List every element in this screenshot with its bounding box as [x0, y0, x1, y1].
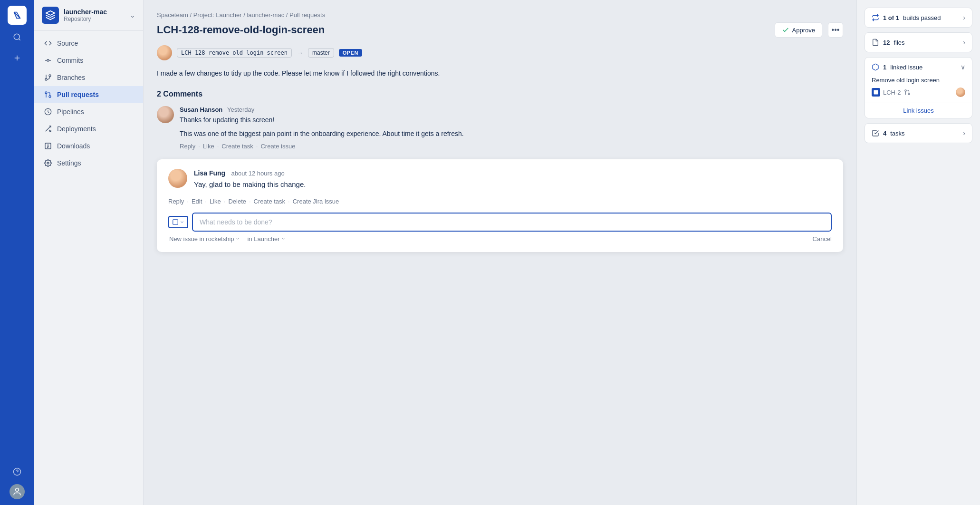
sidebar-repo-header[interactable]: launcher-mac Repository ⌄ [34, 0, 143, 31]
settings-icon [44, 159, 52, 167]
repo-type: Repository [64, 16, 125, 22]
sidebar-label-branches: Branches [57, 74, 85, 81]
floating-actions: Reply · Edit · Like · Delete · Create ta… [168, 198, 832, 205]
sidebar-label-deployments: Deployments [57, 125, 96, 133]
floating-create-jira[interactable]: Create Jira issue [293, 198, 339, 205]
more-options-button[interactable]: ••• [828, 22, 843, 38]
files-panel-header[interactable]: 12 files › [865, 33, 972, 52]
task-input-row [168, 213, 832, 232]
breadcrumb-pr[interactable]: Pull requests [289, 11, 325, 19]
sidebar-chevron-icon[interactable]: ⌄ [130, 11, 135, 19]
task-sub-left: New issue in rocketship in Launcher [169, 235, 286, 243]
comment-create-task-1[interactable]: Create task [221, 143, 253, 150]
floating-edit[interactable]: Edit [192, 198, 202, 205]
linked-issue-count: 1 [883, 64, 886, 71]
svg-point-2 [16, 488, 19, 492]
comment-like-1[interactable]: Like [203, 143, 214, 150]
comment-time-1: Yesterday [227, 106, 254, 113]
linked-issue-panel: 1 linked issue ∨ Remove old login screen… [865, 57, 972, 118]
help-rail-icon[interactable] [9, 463, 26, 480]
sidebar-item-pull-requests[interactable]: Pull requests [34, 86, 143, 103]
target-branch-pill[interactable]: master [308, 48, 334, 58]
files-info: 12 files [872, 39, 905, 46]
pr-meta: LCH-128-remove-old-login-screen → master… [157, 45, 843, 60]
linked-issue-type-icon [872, 88, 880, 97]
floating-comment-top: Lisa Fung about 12 hours ago Yay, glad t… [168, 169, 832, 190]
pipelines-icon [44, 107, 52, 116]
svg-point-8 [45, 78, 47, 80]
create-rail-icon[interactable] [9, 49, 26, 67]
builds-panel-header[interactable]: 1 of 1 builds passed › [865, 8, 972, 27]
linked-issue-chevron-icon: ∨ [961, 63, 965, 71]
breadcrumb-project[interactable]: Project: Launcher [193, 11, 242, 19]
floating-comment-card: Lisa Fung about 12 hours ago Yay, glad t… [157, 159, 843, 252]
task-in-text: in Launcher [248, 235, 280, 243]
repo-name: launcher-mac [64, 8, 125, 16]
pr-author-avatar [157, 45, 172, 60]
sidebar-item-commits[interactable]: Commits [34, 52, 143, 69]
code-icon [44, 39, 52, 48]
linked-issue-assignee-avatar [956, 87, 965, 97]
approve-label: Approve [792, 27, 815, 34]
task-project-link[interactable]: New issue in rocketship [169, 235, 240, 243]
sidebar-label-source: Source [57, 39, 78, 47]
comment-create-issue-1[interactable]: Create issue [260, 143, 295, 150]
user-rail-icon[interactable] [10, 484, 25, 499]
breadcrumb-spaceteam[interactable]: Spaceteam [157, 11, 188, 19]
task-project-text: New issue in rocketship [169, 235, 234, 243]
main-area: Spaceteam / Project: Launcher / launcher… [144, 0, 980, 505]
svg-point-7 [49, 75, 51, 77]
sidebar-label-pipelines: Pipelines [57, 108, 84, 116]
comment-reply-1[interactable]: Reply [180, 143, 195, 150]
search-rail-icon[interactable] [9, 29, 26, 46]
pr-title-text: LCH-128-remove-old-login-screen [157, 24, 769, 36]
commit-icon [44, 56, 52, 65]
center-content: Spaceteam / Project: Launcher / launcher… [144, 0, 856, 505]
floating-create-task[interactable]: Create task [254, 198, 285, 205]
tasks-panel-header[interactable]: 4 tasks › [865, 124, 972, 143]
builds-chevron-icon: › [963, 14, 965, 21]
repo-avatar [42, 7, 59, 24]
sidebar-item-downloads[interactable]: Downloads [34, 137, 143, 155]
builds-panel: 1 of 1 builds passed › [865, 8, 972, 28]
linked-issue-pr-icon [904, 89, 911, 96]
comment-author-1: Susan Hanson [180, 106, 222, 113]
deployments-icon [44, 125, 52, 133]
linked-issue-expanded: Remove old login screen LCH-2 [865, 77, 972, 103]
files-label: files [894, 39, 904, 46]
linked-issue-header[interactable]: 1 linked issue ∨ [865, 58, 972, 77]
floating-author: Lisa Fung [194, 169, 225, 177]
breadcrumb: Spaceteam / Project: Launcher / launcher… [157, 11, 843, 19]
sidebar-nav: Source Commits Branches Pull requests [34, 31, 143, 175]
cancel-button[interactable]: Cancel [813, 235, 832, 243]
sidebar-item-settings[interactable]: Settings [34, 155, 143, 172]
branches-icon [44, 73, 52, 82]
linked-issue-id[interactable]: LCH-2 [883, 89, 901, 96]
linked-issue-info: 1 linked issue [872, 63, 922, 71]
files-chevron-icon: › [963, 39, 965, 46]
comments-header: 2 Comments [157, 90, 843, 98]
floating-reply[interactable]: Reply [168, 198, 184, 205]
app-logo[interactable] [8, 6, 27, 25]
sidebar-item-deployments[interactable]: Deployments [34, 120, 143, 137]
task-in-project-link[interactable]: in Launcher [248, 235, 286, 243]
source-branch-pill[interactable]: LCH-128-remove-old-login-screen [177, 48, 292, 58]
link-issues-button[interactable]: Link issues [865, 103, 972, 118]
svg-point-20 [904, 90, 906, 92]
svg-rect-18 [874, 90, 878, 95]
task-type-button[interactable] [168, 216, 188, 228]
tasks-chevron-icon: › [963, 129, 965, 137]
right-panel: 1 of 1 builds passed › 12 files › [856, 0, 980, 505]
sidebar: launcher-mac Repository ⌄ Source Commits… [34, 0, 144, 505]
breadcrumb-repo[interactable]: launcher-mac [247, 11, 284, 19]
approve-button[interactable]: Approve [775, 22, 822, 38]
sidebar-item-source[interactable]: Source [34, 35, 143, 52]
floating-delete[interactable]: Delete [228, 198, 246, 205]
task-input-field[interactable] [192, 213, 832, 232]
floating-like[interactable]: Like [210, 198, 221, 205]
svg-point-9 [49, 96, 51, 97]
svg-rect-17 [173, 220, 178, 225]
sidebar-item-pipelines[interactable]: Pipelines [34, 103, 143, 120]
branch-arrow-icon: → [297, 49, 303, 57]
sidebar-item-branches[interactable]: Branches [34, 69, 143, 86]
